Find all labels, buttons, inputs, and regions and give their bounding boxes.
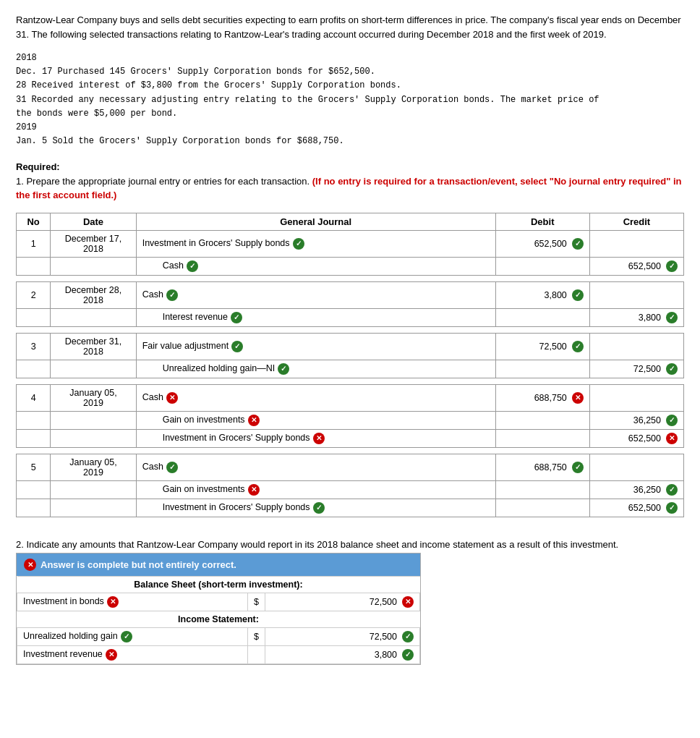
row-debit[interactable] xyxy=(495,499,589,517)
row-date: January 05,2019 xyxy=(51,454,136,480)
year-2018: 2018 xyxy=(16,51,684,65)
answer-value[interactable]: 72,500 xyxy=(265,627,419,645)
balance-sheet-header-row: Balance Sheet (short-term investment): xyxy=(17,576,420,593)
answer-row: Investment in bonds$72,500 xyxy=(17,593,420,611)
row-date xyxy=(51,411,136,429)
currency-symbol: $ xyxy=(247,593,265,611)
row-credit[interactable]: 652,500 xyxy=(589,429,683,447)
row-gj-account[interactable]: Cash xyxy=(136,257,495,275)
journal-table: No Date General Journal Debit Credit 1De… xyxy=(16,213,684,517)
row-credit[interactable] xyxy=(589,230,683,257)
check-icon xyxy=(572,462,584,473)
spacer-row xyxy=(17,275,684,281)
row-credit[interactable]: 652,500 xyxy=(589,499,683,517)
row-gj-account[interactable]: Gain on investments xyxy=(136,411,495,429)
table-row: Investment in Grocers' Supply bonds652,5… xyxy=(17,429,684,447)
table-row: Cash652,500 xyxy=(17,257,684,275)
answer-value[interactable]: 72,500 xyxy=(265,593,419,611)
check-icon xyxy=(278,363,289,375)
row-credit[interactable] xyxy=(589,454,683,480)
row-credit[interactable]: 36,250 xyxy=(589,411,683,429)
row-date: December 28,2018 xyxy=(51,281,136,308)
table-row: 5January 05,2019Cash688,750 xyxy=(17,454,684,480)
row-credit[interactable]: 3,800 xyxy=(589,308,683,326)
row-credit[interactable] xyxy=(589,384,683,411)
row-no xyxy=(17,257,51,275)
check-icon xyxy=(231,312,242,323)
table-row: Gain on investments36,250 xyxy=(17,480,684,499)
spacer-row xyxy=(17,447,684,454)
row-debit[interactable]: 688,750 xyxy=(495,454,589,480)
row-no xyxy=(17,411,51,429)
check-icon xyxy=(231,341,243,352)
income-statement-header-row: Income Statement: xyxy=(17,611,420,627)
answer-label: Investment revenue xyxy=(17,645,248,663)
row-debit[interactable]: 3,800 xyxy=(495,281,589,308)
row-date xyxy=(51,257,136,275)
x-icon xyxy=(313,433,325,444)
transaction-line-2: 28 Received interest of $3,800 from the … xyxy=(16,79,684,93)
answer-row: Investment revenue3,800 xyxy=(17,645,420,663)
row-no xyxy=(17,429,51,447)
check-icon xyxy=(666,484,678,496)
row-gj-account[interactable]: Investment in Grocers' Supply bonds xyxy=(136,429,495,447)
row-credit[interactable]: 36,250 xyxy=(589,480,683,499)
row-debit[interactable]: 652,500 xyxy=(495,230,589,257)
row-debit[interactable] xyxy=(495,480,589,499)
x-icon xyxy=(572,392,584,404)
check-icon xyxy=(666,363,678,375)
row-date: December 17,2018 xyxy=(51,230,136,257)
row-gj-account[interactable]: Gain on investments xyxy=(136,480,495,499)
row-gj-account[interactable]: Unrealized holding gain—NI xyxy=(136,360,495,378)
row-debit[interactable] xyxy=(495,429,589,447)
answer-table: Balance Sheet (short-term investment):In… xyxy=(17,576,420,664)
balance-sheet-label: Balance Sheet (short-term investment): xyxy=(17,576,420,593)
x-icon xyxy=(107,596,119,608)
spacer-row xyxy=(17,378,684,384)
row-gj-account[interactable]: Investment in Grocers' Supply bonds xyxy=(136,499,495,517)
x-icon xyxy=(106,649,117,661)
row-gj-account[interactable]: Cash xyxy=(136,384,495,411)
check-icon xyxy=(166,289,178,301)
q1-label: 1. Prepare the appropriate journal entry… xyxy=(16,176,310,187)
check-icon xyxy=(666,502,678,514)
row-debit[interactable]: 688,750 xyxy=(495,384,589,411)
row-debit[interactable] xyxy=(495,308,589,326)
answer-value[interactable]: 3,800 xyxy=(265,645,419,663)
row-no xyxy=(17,480,51,499)
row-debit[interactable] xyxy=(495,360,589,378)
table-row: 1December 17,2018Investment in Grocers' … xyxy=(17,230,684,257)
col-header-date: Date xyxy=(51,213,136,230)
check-icon xyxy=(666,312,678,323)
row-date: January 05,2019 xyxy=(51,384,136,411)
check-icon xyxy=(572,238,584,250)
row-gj-account[interactable]: Cash xyxy=(136,281,495,308)
row-debit[interactable] xyxy=(495,411,589,429)
row-date: December 31,2018 xyxy=(51,333,136,360)
row-debit[interactable]: 72,500 xyxy=(495,333,589,360)
check-icon xyxy=(313,502,325,514)
table-row: Investment in Grocers' Supply bonds652,5… xyxy=(17,499,684,517)
row-credit[interactable]: 652,500 xyxy=(589,257,683,275)
row-credit[interactable] xyxy=(589,281,683,308)
transaction-line-5: Jan. 5 Sold the Grocers' Supply Corporat… xyxy=(16,135,684,148)
row-credit[interactable] xyxy=(589,333,683,360)
row-gj-account[interactable]: Cash xyxy=(136,454,495,480)
check-icon xyxy=(666,415,678,426)
currency-symbol: $ xyxy=(247,627,265,645)
table-row: Unrealized holding gain—NI72,500 xyxy=(17,360,684,378)
check-icon xyxy=(666,260,678,272)
row-credit[interactable]: 72,500 xyxy=(589,360,683,378)
row-gj-account[interactable]: Interest revenue xyxy=(136,308,495,326)
x-icon xyxy=(248,484,260,496)
currency-symbol xyxy=(247,645,265,663)
row-gj-account[interactable]: Fair value adjustment xyxy=(136,333,495,360)
transactions-block: 2018 Dec. 17 Purchased 145 Grocers' Supp… xyxy=(16,51,684,148)
row-debit[interactable] xyxy=(495,257,589,275)
col-header-no: No xyxy=(17,213,51,230)
table-row: Gain on investments36,250 xyxy=(17,411,684,429)
row-date xyxy=(51,308,136,326)
x-icon xyxy=(248,415,260,426)
row-gj-account[interactable]: Investment in Grocers' Supply bonds xyxy=(136,230,495,257)
row-date xyxy=(51,429,136,447)
